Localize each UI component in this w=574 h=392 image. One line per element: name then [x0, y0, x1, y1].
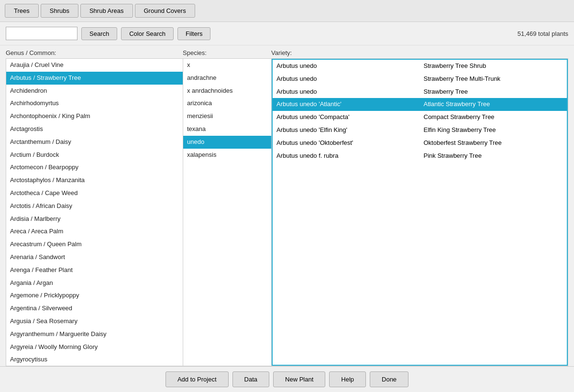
genus-list-item[interactable]: Arctotheca / Cape Weed — [6, 187, 183, 200]
variety-col1: Arbutus unedo — [273, 86, 420, 98]
species-column-header: Species: — [183, 49, 271, 56]
variety-list-item[interactable]: Arbutus unedoStrawberry Tree — [273, 86, 567, 98]
variety-column-header: Variety: — [271, 49, 568, 56]
search-button[interactable]: Search — [81, 27, 117, 40]
action-bar: Add to Project Data New Plant Help Done — [0, 366, 574, 392]
species-list: xandrachnex anrdachnoidesarizonicamenzie… — [183, 59, 272, 366]
genus-list-item[interactable]: Arbutus / Strawberry Tree — [6, 72, 183, 85]
variety-col2: Strawberry Tree Multi-Trunk — [420, 73, 567, 86]
genus-list-item[interactable]: Arctomecon / Bearpoppy — [6, 161, 183, 174]
variety-col2: Oktoberfest Strawberry Tree — [420, 137, 567, 150]
species-list-item[interactable]: andrachne — [183, 72, 271, 85]
species-list-item[interactable]: x — [183, 59, 271, 72]
genus-list-item[interactable]: Arctanthemum / Daisy — [6, 136, 183, 149]
variety-col2: Pink Strawberry Tree — [420, 150, 567, 163]
done-button[interactable]: Done — [370, 371, 408, 387]
genus-list-item[interactable]: Argemone / Pricklypoppy — [6, 289, 183, 302]
lists-area: Araujia / Cruel VineArbutus / Strawberry… — [6, 58, 568, 366]
genus-list-item[interactable]: Archidendron — [6, 85, 183, 98]
variety-list-item[interactable]: Arbutus unedo 'Atlantic'Atlantic Strawbe… — [273, 98, 567, 111]
genus-list-item[interactable]: Argania / Argan — [6, 277, 183, 290]
variety-col1: Arbutus unedo 'Oktoberfest' — [273, 137, 420, 150]
variety-col2: Compact Strawberry Tree — [420, 111, 567, 124]
main-content: Genus / Common: Species: Variety: Arauji… — [0, 45, 574, 366]
variety-col1: Arbutus unedo f. rubra — [273, 150, 420, 163]
variety-list-item[interactable]: Arbutus unedo 'Compacta'Compact Strawber… — [273, 111, 567, 124]
species-list-item[interactable]: unedo — [183, 136, 271, 149]
variety-col2: Strawberry Tree — [420, 86, 567, 98]
species-list-item[interactable]: menziesii — [183, 110, 271, 123]
tab-trees[interactable]: Trees — [5, 4, 39, 18]
variety-col1: Arbutus unedo 'Elfin King' — [273, 124, 420, 137]
variety-col1: Arbutus unedo — [273, 60, 420, 73]
species-list-item[interactable]: texana — [183, 123, 271, 136]
tab-shrubs[interactable]: Shrubs — [41, 4, 78, 18]
genus-column-header: Genus / Common: — [6, 49, 183, 56]
search-bar: Search Color Search Filters 51,469 total… — [0, 22, 574, 45]
genus-list-item[interactable]: Arenaria / Sandwort — [6, 251, 183, 264]
genus-list-item[interactable]: Arctostaphylos / Manzanita — [6, 174, 183, 187]
variety-col2: Atlantic Strawberry Tree — [420, 98, 567, 111]
variety-list-item[interactable]: Arbutus unedoStrawberry Tree Shrub — [273, 60, 567, 73]
add-to-project-button[interactable]: Add to Project — [166, 371, 229, 387]
species-list-item[interactable]: arizonica — [183, 97, 271, 110]
help-button[interactable]: Help — [329, 371, 366, 387]
genus-list-item[interactable]: Argyrocytisus — [6, 353, 183, 366]
new-plant-button[interactable]: New Plant — [273, 371, 325, 387]
genus-list-item[interactable]: Argusia / Sea Rosemary — [6, 315, 183, 328]
search-input[interactable] — [6, 27, 77, 40]
tab-ground-covers[interactable]: Ground Covers — [135, 4, 195, 18]
genus-list-item[interactable]: Argyranthemum / Marguerite Daisy — [6, 328, 183, 341]
genus-list-item[interactable]: Areca / Areca Palm — [6, 225, 183, 238]
variety-list-item[interactable]: Arbutus unedoStrawberry Tree Multi-Trunk — [273, 73, 567, 86]
column-headers: Genus / Common: Species: Variety: — [6, 49, 568, 56]
variety-list-item[interactable]: Arbutus unedo f. rubraPink Strawberry Tr… — [273, 150, 567, 163]
species-list-item[interactable]: x anrdachnoides — [183, 85, 271, 98]
genus-list-item[interactable]: Arctotis / African Daisy — [6, 200, 183, 213]
variety-list-item[interactable]: Arbutus unedo 'Elfin King'Elfin King Str… — [273, 124, 567, 137]
genus-list-item[interactable]: Arctium / Burdock — [6, 149, 183, 162]
total-plants-label: 51,469 total plants — [518, 30, 568, 37]
variety-col1: Arbutus unedo — [273, 73, 420, 86]
genus-list-item[interactable]: Arctagrostis — [6, 123, 183, 136]
genus-list-item[interactable]: Archontophoenix / King Palm — [6, 110, 183, 123]
variety-col2: Elfin King Strawberry Tree — [420, 124, 567, 137]
color-search-button[interactable]: Color Search — [121, 27, 174, 40]
genus-list-item[interactable]: Araujia / Cruel Vine — [6, 59, 183, 72]
variety-col1: Arbutus unedo 'Atlantic' — [273, 98, 420, 111]
variety-col1: Arbutus unedo 'Compacta' — [273, 111, 420, 124]
variety-list: Arbutus unedoStrawberry Tree ShrubArbutu… — [272, 59, 568, 366]
filters-button[interactable]: Filters — [177, 27, 210, 40]
data-button[interactable]: Data — [232, 371, 269, 387]
species-list-item[interactable]: xalapensis — [183, 149, 271, 162]
variety-col2: Strawberry Tree Shrub — [420, 60, 567, 73]
genus-list-item[interactable]: Argyreia / Woolly Morning Glory — [6, 341, 183, 354]
genus-list-item[interactable]: Argentina / Silverweed — [6, 302, 183, 315]
genus-list-item[interactable]: Arecastrum / Queen Palm — [6, 238, 183, 251]
tab-bar: TreesShrubsShrub AreasGround Covers — [0, 0, 574, 22]
genus-list-item[interactable]: Archirhodomyrtus — [6, 97, 183, 110]
variety-list-item[interactable]: Arbutus unedo 'Oktoberfest'Oktoberfest S… — [273, 137, 567, 150]
genus-list-item[interactable]: Arenga / Feather Plant — [6, 264, 183, 277]
tab-shrub-areas[interactable]: Shrub Areas — [80, 4, 133, 18]
genus-list: Araujia / Cruel VineArbutus / Strawberry… — [6, 59, 183, 366]
genus-list-item[interactable]: Ardisia / Marlberry — [6, 213, 183, 226]
